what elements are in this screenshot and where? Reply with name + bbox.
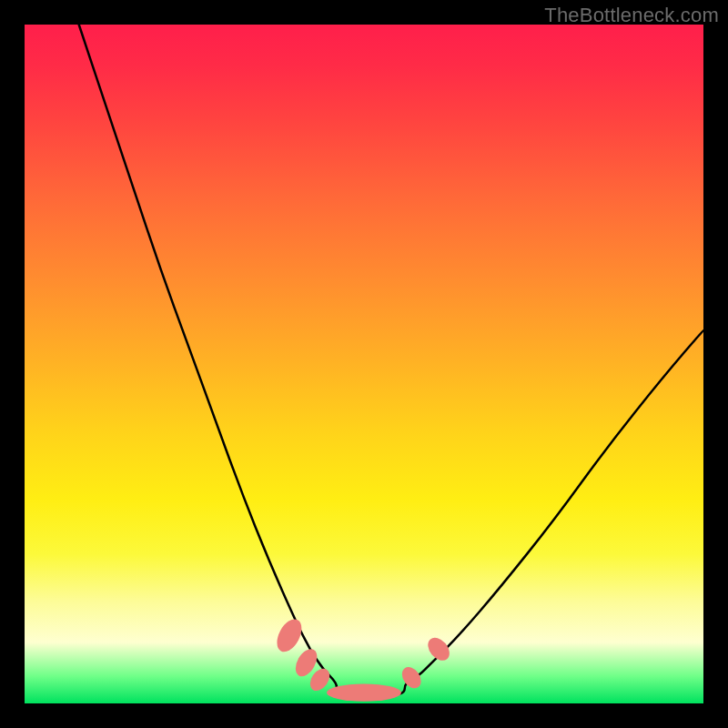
plot-area <box>25 25 703 703</box>
chart-frame: TheBottleneck.com <box>0 0 728 728</box>
curve-marker <box>424 633 454 664</box>
curve-marker <box>327 683 401 701</box>
watermark-text: TheBottleneck.com <box>544 4 719 27</box>
bottleneck-curve <box>79 25 703 695</box>
curve-marker <box>399 663 425 692</box>
curve-marker <box>272 615 307 656</box>
curve-svg <box>25 25 703 703</box>
